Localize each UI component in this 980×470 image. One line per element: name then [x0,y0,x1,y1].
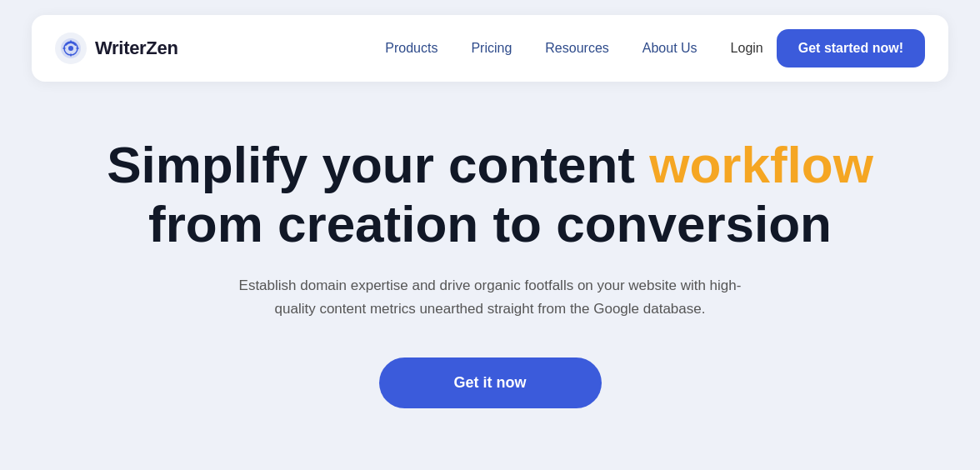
svg-point-1 [68,46,73,51]
nav-about[interactable]: About Us [642,41,698,56]
logo-icon [55,32,87,64]
nav-products[interactable]: Products [385,41,438,56]
hero-title-highlight: workflow [649,136,873,193]
get-it-now-button[interactable]: Get it now [379,358,602,408]
get-started-button[interactable]: Get started now! [777,29,925,68]
nav-links: Products Pricing Resources About Us [385,41,697,56]
hero-section: Simplify your content workflow from crea… [57,73,923,470]
hero-title: Simplify your content workflow from crea… [107,135,873,254]
login-link[interactable]: Login [731,41,763,56]
brand-name: WriterZen [95,38,178,59]
hero-title-part1: Simplify your content [107,136,649,193]
logo-area: WriterZen [55,32,178,64]
hero-title-part2: from creation to conversion [148,195,832,252]
nav-resources[interactable]: Resources [545,41,608,56]
hero-subtitle: Establish domain expertise and drive org… [232,274,748,321]
nav-pricing[interactable]: Pricing [471,41,512,56]
navbar: WriterZen Products Pricing Resources Abo… [32,15,948,82]
